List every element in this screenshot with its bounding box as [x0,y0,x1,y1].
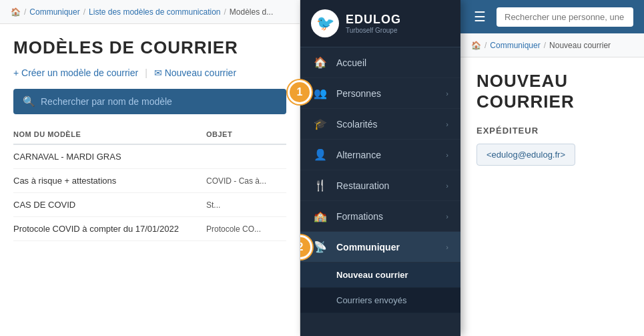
submenu-item-courriers-envoyes[interactable]: Courriers envoyés [300,288,460,313]
restauration-nav-icon: 🍴 [312,179,328,192]
table-rows: CARNAVAL - MARDI GRAS Cas à risque + att… [13,145,286,241]
breadcrumb-sep3: / [224,7,226,17]
alternance-nav-icon: 👤 [312,148,328,161]
nav-label-restauration: Restauration [336,180,446,191]
submenu-item-nouveau-courrier[interactable]: Nouveau courrier [300,263,460,288]
nav-item-scolarites[interactable]: 🎓 Scolarités › [300,109,460,140]
chevron-right-icon: › [446,243,448,251]
logo: 🐦 [311,9,339,37]
row-subject: Protocole CO... [206,224,286,234]
top-search-input[interactable] [497,7,633,27]
scolarites-nav-icon: 🎓 [312,118,328,130]
expediteur-email: <edulog@edulog.fr> [476,144,575,166]
table-row[interactable]: Protocole COVID à compter du 17/01/2022 … [13,217,286,241]
right-breadcrumb: 🏠 / Communiquer / Nouveau courrier [460,33,644,57]
right-panel: ☰ 🏠 / Communiquer / Nouveau courrier NOU… [460,0,644,336]
nav-item-restauration[interactable]: 🍴 Restauration › [300,170,460,201]
logo-bird-icon: 🐦 [316,15,334,32]
page-title: MODÈLES DE COURRIER [13,37,286,58]
nav-label-communiquer: Communiquer [336,242,446,253]
chevron-right-icon: › [446,120,448,128]
table-header: NOM DU MODÈLE OBJET [13,125,286,145]
breadcrumb-communiquer[interactable]: Communiquer [29,7,79,17]
left-body: MODÈLES DE COURRIER + Créer un modèle de… [0,24,300,336]
nav-item-formations[interactable]: 🏫 Formations › [300,201,460,232]
row-name: CARNAVAL - MARDI GRAS [13,152,206,162]
right-page-title: NOUVEAU COURRIER [476,71,628,112]
chevron-right-icon: › [446,212,448,220]
nav-label-scolarites: Scolarités [336,119,446,130]
nav-label-alternance: Alternance [336,150,446,160]
nav-submenu: Nouveau courrier Courriers envoyés [300,263,460,313]
brand-sub: Turboself Groupe [346,27,401,34]
chevron-right-icon: › [446,90,448,98]
col-header-name: NOM DU MODÈLE [13,130,206,138]
nav-item-accueil[interactable]: 🏠 Accueil [300,47,460,78]
nav-header: 🐦 EDULOG Turboself Groupe [300,0,460,47]
right-breadcrumb-sep2: / [544,41,546,50]
brand-name: EDULOG [346,13,401,27]
home-icon: 🏠 [11,7,21,17]
nav-item-personnes[interactable]: 👥 Personnes › [300,78,460,109]
right-top-bar: ☰ [460,0,644,33]
row-name: Cas à risque + attestations [13,176,206,186]
breadcrumb-liste[interactable]: Liste des modèles de communication [89,7,220,17]
chevron-right-icon: › [446,182,448,190]
formations-nav-icon: 🏫 [312,210,328,222]
nav-items: 🏠 Accueil 👥 Personnes › 🎓 Scolarités › 👤… [300,47,460,336]
nav-label-formations: Formations [336,211,446,222]
communiquer-nav-icon: 📡 [312,240,328,253]
create-model-link[interactable]: + Créer un modèle de courrier [13,67,138,78]
right-home-icon: 🏠 [471,41,481,50]
nav-label-accueil: Accueil [336,57,448,68]
row-subject: St... [206,200,286,210]
table-row[interactable]: Cas à risque + attestations COVID - Cas … [13,169,286,193]
right-body: NOUVEAU COURRIER EXPÉDITEUR <edulog@edul… [460,57,644,336]
breadcrumb-current: Modèles d... [230,7,273,17]
col-header-subject: OBJET [206,130,286,138]
nav-item-communiquer[interactable]: 📡 Communiquer › 2 [300,232,460,263]
table-row[interactable]: CARNAVAL - MARDI GRAS [13,145,286,169]
actions-divider: | [145,67,147,78]
left-breadcrumb: 🏠 / Communiquer / Liste des modèles de c… [0,0,300,24]
breadcrumb-sep1: / [24,7,26,17]
nav-drawer: 🐦 EDULOG Turboself Groupe 🏠 Accueil 👥 Pe… [300,0,460,336]
personnes-nav-icon: 👥 [312,87,328,100]
nav-label-personnes: Personnes [336,88,446,99]
row-name: Protocole COVID à compter du 17/01/2022 [13,224,206,234]
search-input[interactable] [41,96,277,107]
chevron-right-icon: › [446,151,448,159]
home-nav-icon: 🏠 [312,56,328,69]
row-name: CAS DE COVID [13,200,206,210]
breadcrumb-sep2: / [83,7,85,17]
step2-indicator: 2 [300,235,312,259]
new-courrier-link[interactable]: ✉ Nouveau courrier [154,67,236,78]
right-breadcrumb-communiquer[interactable]: Communiquer [490,41,540,50]
left-panel: 🏠 / Communiquer / Liste des modèles de c… [0,0,300,336]
step1-indicator: 1 [288,80,312,104]
logo-text: EDULOG Turboself Groupe [346,13,401,34]
expediteur-section-label: EXPÉDITEUR [476,126,628,136]
hamburger-button[interactable]: ☰ [471,6,489,27]
right-breadcrumb-sep1: / [485,41,487,50]
table-row[interactable]: CAS DE COVID St... [13,193,286,217]
right-breadcrumb-current: Nouveau courrier [549,41,611,50]
row-subject: COVID - Cas à... [206,176,286,186]
search-bar-container: 🔍 [13,89,286,114]
search-icon: 🔍 [23,96,35,108]
nav-item-alternance[interactable]: 👤 Alternance › [300,140,460,170]
actions-bar: + Créer un modèle de courrier | ✉ Nouvea… [13,67,286,78]
